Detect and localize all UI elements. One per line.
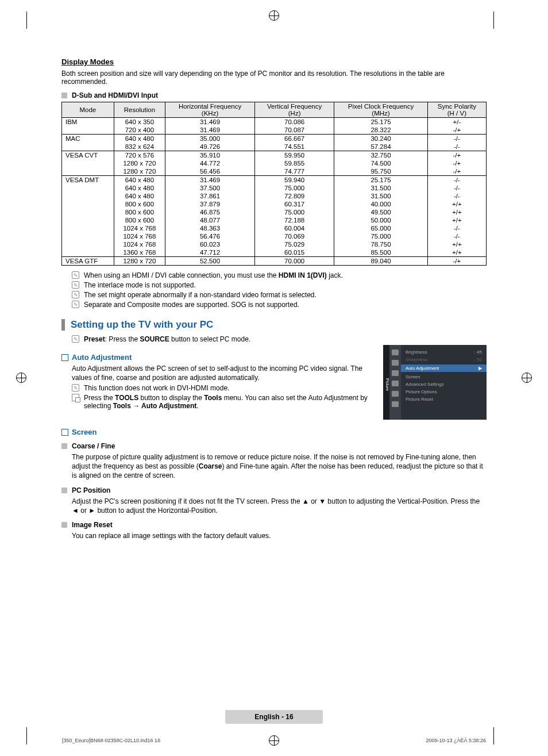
table-cell: +/+ — [427, 216, 486, 224]
table-cell: 75.000 — [255, 208, 334, 216]
auto-note-2: Press the TOOLS button to display the To… — [72, 394, 375, 410]
osd-screen: Screen — [406, 373, 482, 381]
note-icon: ✎ — [72, 384, 79, 392]
input-type-label: D-Sub and HDMI/DVI Input — [61, 91, 487, 99]
table-cell: 60.023 — [165, 240, 255, 248]
table-cell: +/- — [427, 118, 486, 126]
registration-mark-icon — [269, 735, 279, 746]
registration-mark-icon — [269, 10, 279, 21]
table-cell: 70.000 — [255, 257, 334, 266]
table-cell: 640 x 480 — [114, 192, 165, 200]
note-row: ✎Separate and Composite modes are suppor… — [72, 301, 487, 309]
table-cell: -/- — [427, 232, 486, 240]
table-cell: 720 x 576 — [114, 151, 165, 160]
col-sync: Sync Polarity(H / V) — [427, 102, 486, 118]
table-cell: 75.029 — [255, 240, 334, 248]
mode-cell — [62, 208, 114, 216]
registration-mark-icon — [16, 373, 26, 383]
table-cell: 49.726 — [165, 143, 255, 151]
mode-cell — [62, 200, 114, 208]
table-cell: 50.000 — [334, 216, 428, 224]
table-cell: 720 x 400 — [114, 126, 165, 135]
table-cell: 31.469 — [165, 126, 255, 135]
chevron-right-icon: ▶ — [478, 366, 482, 371]
table-cell: -/- — [427, 184, 486, 192]
crop-mark — [26, 11, 27, 29]
table-cell: -/+ — [427, 159, 486, 167]
osd-icon-column — [389, 345, 401, 420]
table-cell: +/+ — [427, 248, 486, 257]
footer-timestamp: 2009-10-13 ¿ÀÈÄ 5:38:26 — [426, 738, 486, 743]
page-number-pill: English - 16 — [225, 710, 323, 724]
table-cell: 800 x 600 — [114, 208, 165, 216]
square-bullet-icon — [61, 93, 67, 98]
mode-cell: VESA CVT — [62, 151, 114, 160]
table-cell: 1024 x 768 — [114, 232, 165, 240]
note-row: ✎The interlace mode is not supported. — [72, 281, 487, 289]
note-row: ✎The set might operate abnormally if a n… — [72, 291, 487, 299]
crop-mark — [493, 11, 494, 29]
table-cell: 56.456 — [165, 167, 255, 176]
mode-cell — [62, 248, 114, 257]
osd-preview: Picture Brightness: 45 Sharpness: 50 Aut… — [383, 345, 487, 420]
table-cell: 31.500 — [334, 184, 428, 192]
table-cell: 74.500 — [334, 159, 428, 167]
osd-reset: Picture Reset — [406, 396, 482, 403]
osd-icon — [392, 391, 399, 397]
table-cell: 46.875 — [165, 208, 255, 216]
table-cell: 1280 x 720 — [114, 159, 165, 167]
table-cell: 48.077 — [165, 216, 255, 224]
table-cell: 640 x 350 — [114, 118, 165, 126]
note-icon: ✎ — [72, 271, 79, 279]
mode-cell: VESA GTF — [62, 257, 114, 266]
table-cell: -/- — [427, 192, 486, 200]
table-cell: 75.000 — [334, 232, 428, 240]
table-cell: 800 x 600 — [114, 216, 165, 224]
osd-auto-adjustment-selected: Auto Adjustment▶ — [401, 364, 487, 372]
table-cell: 31.469 — [165, 176, 255, 185]
col-hfreq: Horizontal Frequency(KHz) — [165, 102, 255, 118]
display-modes-table: Mode Resolution Horizontal Frequency(KHz… — [61, 102, 487, 266]
mode-cell: VESA DMT — [62, 176, 114, 185]
note-text: Separate and Composite modes are support… — [84, 301, 299, 309]
page-content: Display Modes Both screen position and s… — [61, 57, 487, 540]
crop-mark — [493, 727, 494, 745]
table-cell: -/- — [427, 143, 486, 151]
table-cell: 78.750 — [334, 240, 428, 248]
osd-icon — [392, 370, 399, 376]
mode-cell — [62, 192, 114, 200]
table-cell: 59.950 — [255, 151, 334, 160]
checkbox-icon — [61, 354, 68, 361]
note-icon: ✎ — [72, 281, 79, 289]
table-cell: 1024 x 768 — [114, 224, 165, 232]
table-cell: 47.712 — [165, 248, 255, 257]
col-pclock: Pixel Clock Frequency(MHz) — [334, 102, 428, 118]
table-cell: 74.551 — [255, 143, 334, 151]
table-cell: 70.069 — [255, 232, 334, 240]
table-cell: 89.040 — [334, 257, 428, 266]
image-reset-heading: Image Reset — [61, 521, 487, 529]
table-cell: 56.476 — [165, 232, 255, 240]
col-mode: Mode — [62, 102, 114, 118]
table-cell: 70.086 — [255, 118, 334, 126]
table-cell: 52.500 — [165, 257, 255, 266]
screen-heading: Screen — [61, 428, 487, 436]
table-cell: 32.750 — [334, 151, 428, 160]
square-bullet-icon — [61, 522, 67, 528]
notes-list: ✎When using an HDMI / DVI cable connecti… — [61, 271, 487, 309]
table-cell: 37.879 — [165, 200, 255, 208]
table-cell: 66.667 — [255, 135, 334, 143]
pc-position-heading: PC Position — [61, 486, 487, 494]
table-cell: -/+ — [427, 126, 486, 135]
setup-heading: Setting up the TV with your PC — [61, 319, 487, 331]
table-cell: 44.772 — [165, 159, 255, 167]
table-cell: 60.004 — [255, 224, 334, 232]
tools-icon — [72, 394, 79, 401]
osd-sharpness: Sharpness: 50 — [406, 356, 482, 363]
osd-icon — [392, 401, 399, 407]
table-cell: 59.940 — [255, 176, 334, 185]
mode-cell: MAC — [62, 135, 114, 143]
note-text: When using an HDMI / DVI cable connectio… — [84, 271, 343, 279]
table-cell: 1024 x 768 — [114, 240, 165, 248]
osd-brightness: Brightness: 45 — [406, 348, 482, 356]
